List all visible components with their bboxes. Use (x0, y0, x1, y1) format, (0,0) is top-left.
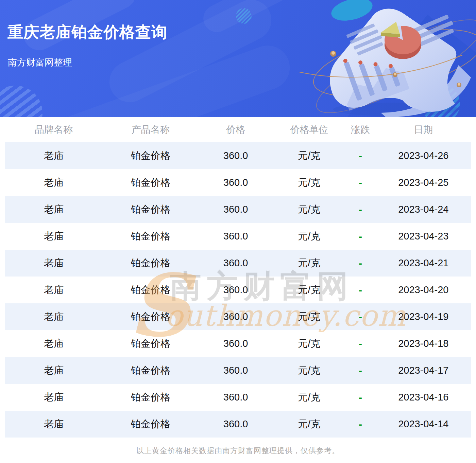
table-row: 老庙 铂金价格 360.0 元/克 - 2023-04-18 (5, 330, 471, 357)
column-header-brand: 品牌名称 (5, 123, 103, 136)
cell-brand: 老庙 (5, 310, 103, 324)
cell-change: - (345, 231, 376, 242)
cell-date: 2023-04-18 (376, 338, 471, 349)
cell-change: - (345, 419, 376, 430)
table-row: 老庙 铂金价格 360.0 元/克 - 2023-04-21 (5, 250, 471, 277)
cell-unit: 元/克 (273, 203, 345, 216)
cell-product: 铂金价格 (103, 364, 198, 377)
cell-date: 2023-04-23 (376, 231, 471, 242)
table-row: 老庙 铂金价格 360.0 元/克 - 2023-04-26 (5, 142, 471, 169)
cell-unit: 元/克 (273, 283, 345, 297)
cell-product: 铂金价格 (103, 283, 198, 297)
cell-change: - (345, 392, 376, 403)
table-row: 老庙 铂金价格 360.0 元/克 - 2023-04-17 (5, 357, 471, 384)
page-subtitle: 南方财富网整理 (8, 56, 72, 69)
table-row: 老庙 铂金价格 360.0 元/克 - 2023-04-16 (5, 384, 471, 411)
cell-product: 铂金价格 (103, 417, 198, 431)
cell-date: 2023-04-24 (376, 204, 471, 215)
column-header-product: 产品名称 (103, 123, 198, 136)
cell-price: 360.0 (198, 257, 273, 269)
cell-unit: 元/克 (273, 310, 345, 324)
cell-brand: 老庙 (5, 203, 103, 216)
cell-brand: 老庙 (5, 417, 103, 431)
cell-unit: 元/克 (273, 149, 345, 163)
cell-date: 2023-04-25 (376, 177, 471, 188)
cell-brand: 老庙 (5, 364, 103, 377)
cell-brand: 老庙 (5, 256, 103, 270)
table-row: 老庙 铂金价格 360.0 元/克 - 2023-04-24 (5, 196, 471, 223)
table-header-row: 品牌名称 产品名称 价格 价格单位 涨跌 日期 (5, 117, 471, 142)
price-table: 品牌名称 产品名称 价格 价格单位 涨跌 日期 老庙 铂金价格 360.0 元/… (0, 117, 476, 438)
cell-change: - (345, 311, 376, 323)
cell-change: - (345, 338, 376, 350)
cell-price: 360.0 (198, 365, 273, 376)
cell-price: 360.0 (198, 392, 273, 403)
cell-brand: 老庙 (5, 283, 103, 297)
cell-date: 2023-04-19 (376, 311, 471, 322)
table-row: 老庙 铂金价格 360.0 元/克 - 2023-04-23 (5, 223, 471, 250)
column-header-price: 价格 (198, 123, 273, 136)
cell-brand: 老庙 (5, 337, 103, 351)
cell-unit: 元/克 (273, 337, 345, 351)
cell-date: 2023-04-20 (376, 284, 471, 296)
cell-change: - (345, 257, 376, 269)
table-body: 老庙 铂金价格 360.0 元/克 - 2023-04-26 老庙 铂金价格 3… (5, 142, 471, 438)
cell-product: 铂金价格 (103, 391, 198, 404)
cell-brand: 老庙 (5, 230, 103, 243)
cell-unit: 元/克 (273, 176, 345, 190)
cell-change: - (345, 150, 376, 162)
cell-date: 2023-04-21 (376, 257, 471, 269)
cell-unit: 元/克 (273, 391, 345, 404)
cell-unit: 元/克 (273, 230, 345, 243)
cell-change: - (345, 177, 376, 189)
cell-change: - (345, 204, 376, 215)
table-row: 老庙 铂金价格 360.0 元/克 - 2023-04-14 (5, 411, 471, 438)
cell-price: 360.0 (198, 338, 273, 349)
cell-price: 360.0 (198, 204, 273, 215)
cell-date: 2023-04-17 (376, 365, 471, 376)
cell-price: 360.0 (198, 150, 273, 161)
cell-product: 铂金价格 (103, 149, 198, 163)
striped-circle-decor (0, 82, 46, 117)
report-illustration (299, 0, 476, 117)
striped-circle-decor (236, 8, 252, 24)
cell-date: 2023-04-14 (376, 419, 471, 430)
cell-product: 铂金价格 (103, 337, 198, 351)
cell-price: 360.0 (198, 177, 273, 188)
cell-brand: 老庙 (5, 391, 103, 404)
column-header-unit: 价格单位 (273, 123, 345, 136)
cell-unit: 元/克 (273, 256, 345, 270)
column-header-change: 涨跌 (345, 123, 376, 136)
cell-price: 360.0 (198, 231, 273, 242)
footer-note: 以上黄金价格相关数据由南方财富网整理提供，仅供参考。 (0, 446, 476, 456)
banner: 重庆老庙铂金价格查询 南方财富网整理 (0, 0, 476, 117)
cell-price: 360.0 (198, 311, 273, 322)
cell-product: 铂金价格 (103, 203, 198, 216)
column-header-date: 日期 (376, 123, 471, 136)
cell-product: 铂金价格 (103, 230, 198, 243)
cell-product: 铂金价格 (103, 310, 198, 324)
table-row: 老庙 铂金价格 360.0 元/克 - 2023-04-25 (5, 169, 471, 196)
cell-price: 360.0 (198, 284, 273, 296)
cell-product: 铂金价格 (103, 256, 198, 270)
cell-brand: 老庙 (5, 149, 103, 163)
cell-brand: 老庙 (5, 176, 103, 190)
cell-unit: 元/克 (273, 417, 345, 431)
table-row: 老庙 铂金价格 360.0 元/克 - 2023-04-20 (5, 277, 471, 303)
cell-price: 360.0 (198, 419, 273, 430)
cell-unit: 元/克 (273, 364, 345, 377)
cell-date: 2023-04-16 (376, 392, 471, 403)
cell-change: - (345, 284, 376, 296)
cell-date: 2023-04-26 (376, 150, 471, 161)
page-title: 重庆老庙铂金价格查询 (7, 22, 167, 43)
table-row: 老庙 铂金价格 360.0 元/克 - 2023-04-19 (5, 303, 471, 330)
cell-product: 铂金价格 (103, 176, 198, 190)
cell-change: - (345, 365, 376, 376)
